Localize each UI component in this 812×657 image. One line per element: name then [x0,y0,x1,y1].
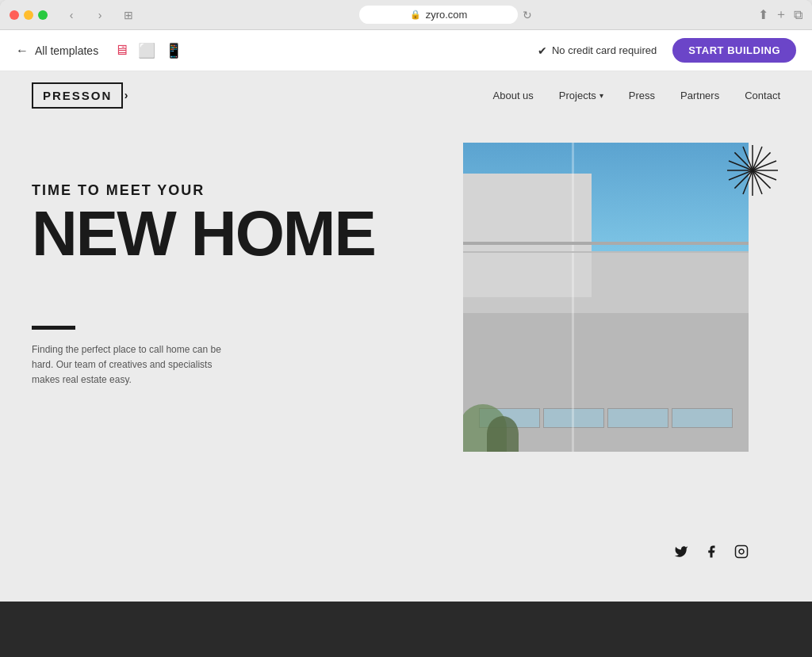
logo-arrow-decoration: › [124,89,128,101]
browser-titlebar: ‹ › ⊞ 🔒 zyro.com ↻ ⬆ ＋ ⧉ [0,0,812,30]
site-nav: PRESSON › About us Projects ▾ Press Part… [0,71,812,119]
window [607,408,668,428]
back-arrow-icon: ← [16,44,29,58]
hero-image-gradient [463,143,749,452]
hero-subtitle: TIME TO MEET YOUR [32,182,375,199]
website-preview: PRESSON › About us Projects ▾ Press Part… [0,71,812,657]
back-label: All templates [35,44,98,57]
back-to-templates-link[interactable]: ← All templates [16,44,98,58]
hero-image [463,143,749,452]
sunburst-decoration [725,143,780,198]
nav-partners[interactable]: Partners [680,90,719,101]
address-bar: 🔒 zyro.com ↻ [140,6,752,24]
twitter-icon[interactable] [674,544,688,562]
hero-divider [32,326,75,330]
reload-button[interactable]: ↻ [523,9,532,21]
forward-nav-button[interactable]: › [89,4,111,26]
tree-2 [487,416,519,452]
maximize-button[interactable] [38,10,48,20]
logo-box: PRESSON › [32,82,123,109]
lock-icon: 🔒 [410,10,421,20]
nav-contact[interactable]: Contact [745,90,780,101]
sunburst-svg [725,143,780,198]
tablet-device-icon[interactable]: ⬜ [138,42,155,59]
desktop-device-icon[interactable]: 🖥 [114,42,128,59]
traffic-lights [10,10,48,20]
toolbar-right: ✔ No credit card required START BUILDING [538,38,796,63]
browser-window: ‹ › ⊞ 🔒 zyro.com ↻ ⬆ ＋ ⧉ ← All templates… [0,0,812,657]
share-icon[interactable]: ⬆ [758,7,768,22]
tab-area: ⊞ [124,9,133,21]
logo-text: PRESSON [43,89,112,102]
no-credit-label: ✔ No credit card required [538,44,657,57]
tabs-icon[interactable]: ⧉ [794,8,802,22]
back-nav-button[interactable]: ‹ [60,4,82,26]
window [672,408,733,428]
hero-text-block: TIME TO MEET YOUR NEW HOME Finding the p… [32,182,375,388]
site-logo: PRESSON › [32,82,123,109]
close-button[interactable] [10,10,19,20]
overhang-line-2 [463,251,749,253]
site-menu: About us Projects ▾ Press Partners Conta… [493,90,780,101]
url-text: zyro.com [426,9,468,21]
address-pill[interactable]: 🔒 zyro.com [359,6,518,24]
new-tab-icon[interactable]: ＋ [775,6,787,23]
hero-title: NEW HOME [32,205,375,262]
browser-actions: ⬆ ＋ ⧉ [758,6,802,23]
site-footer [0,602,812,657]
minimize-button[interactable] [24,10,33,20]
social-icons [674,544,749,562]
pillar-line [572,143,574,452]
nav-press[interactable]: Press [629,90,655,101]
checkmark-icon: ✔ [538,44,547,57]
device-switcher: 🖥 ⬜ 📱 [114,42,182,59]
nav-projects[interactable]: Projects ▾ [559,90,603,101]
overhang-line [463,242,749,245]
nav-about[interactable]: About us [493,90,534,101]
instagram-icon[interactable] [734,544,749,562]
hero-description: Finding the perfect place to call home c… [32,342,222,388]
mobile-device-icon[interactable]: 📱 [165,42,182,59]
svg-rect-8 [736,546,748,558]
facebook-icon[interactable] [704,544,718,562]
template-toolbar: ← All templates 🖥 ⬜ 📱 ✔ No credit card r… [0,30,812,71]
hero-section: TIME TO MEET YOUR NEW HOME Finding the p… [0,119,812,578]
browser-nav: ‹ › [60,4,111,26]
dropdown-arrow-icon: ▾ [599,91,603,100]
tab-grid-icon: ⊞ [124,9,133,21]
start-building-button[interactable]: START BUILDING [672,38,796,63]
